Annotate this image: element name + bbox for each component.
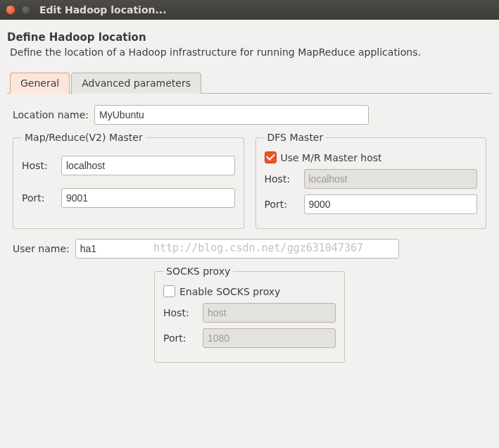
user-name-row: User name: http://blog.csdn.net/ggz63104… — [13, 239, 486, 259]
page-title: Define Hadoop location — [7, 31, 492, 44]
dfs-port-label: Port: — [265, 199, 294, 210]
mr-host-input[interactable] — [61, 156, 235, 175]
window-title: Edit Hadoop location... — [39, 4, 166, 15]
location-name-label: Location name: — [13, 109, 89, 120]
use-mr-host-checkbox[interactable] — [265, 151, 277, 163]
close-icon[interactable] — [6, 5, 15, 15]
mr-port-label: Port: — [22, 192, 51, 204]
user-name-input[interactable] — [75, 239, 399, 259]
user-name-label: User name: — [13, 243, 70, 254]
use-mr-host-label: Use M/R Master host — [281, 152, 382, 163]
enable-socks-checkbox[interactable] — [163, 285, 175, 297]
mr-port-input[interactable] — [61, 188, 235, 208]
enable-socks-label: Enable SOCKS proxy — [179, 286, 280, 297]
location-name-input[interactable] — [94, 105, 369, 125]
dfs-master-legend: DFS Master — [265, 132, 327, 143]
socks-proxy-legend: SOCKS proxy — [163, 266, 233, 277]
location-name-row: Location name: — [13, 105, 486, 125]
dfs-host-input — [304, 169, 478, 189]
tab-general[interactable]: General — [10, 73, 70, 94]
titlebar: Edit Hadoop location... — [0, 0, 499, 20]
mr-master-legend: Map/Reduce(V2) Master — [22, 132, 146, 143]
dfs-host-label: Host: — [265, 173, 294, 185]
dfs-port-input[interactable] — [304, 194, 478, 214]
tab-panel-general: Location name: Map/Reduce(V2) Master Hos… — [7, 93, 492, 368]
tab-advanced[interactable]: Advanced parameters — [71, 73, 201, 94]
tab-bar: General Advanced parameters — [10, 72, 492, 93]
dfs-master-group: DFS Master Use M/R Master host Host: Por… — [255, 132, 487, 229]
socks-proxy-group: SOCKS proxy Enable SOCKS proxy Host: Por… — [154, 266, 345, 363]
mr-host-label: Host: — [22, 160, 51, 171]
dialog-content: Define Hadoop location Define the locati… — [0, 20, 499, 368]
page-subtitle: Define the location of a Hadoop infrastr… — [10, 46, 492, 58]
socks-host-label: Host: — [163, 307, 193, 318]
socks-port-label: Port: — [163, 332, 193, 344]
socks-port-input — [203, 328, 336, 348]
minimize-icon[interactable] — [21, 5, 31, 15]
mr-master-group: Map/Reduce(V2) Master Host: Port: — [13, 132, 244, 229]
socks-host-input — [203, 303, 336, 323]
